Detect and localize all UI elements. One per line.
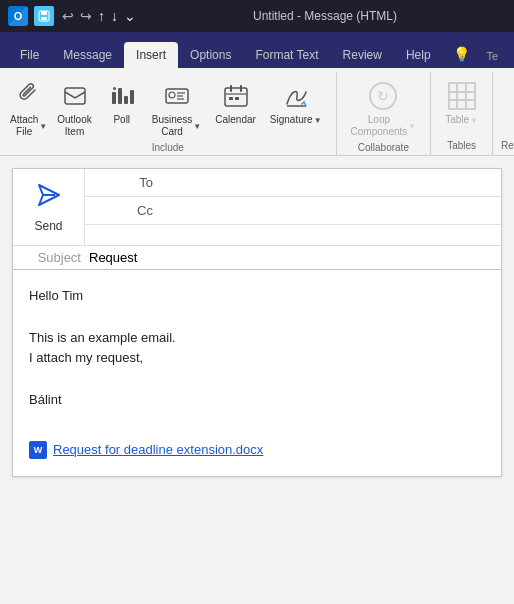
svg-rect-7 [130, 90, 134, 104]
compose-wrapper: Send To Cc Subject Hello Tim [12, 168, 502, 477]
svg-rect-6 [124, 96, 128, 104]
window-title: Untitled - Message (HTML) [144, 9, 506, 23]
table-button[interactable]: Table ▼ [439, 76, 484, 130]
loop-label: LoopComponents [351, 114, 408, 138]
send-icon [35, 181, 63, 215]
loop-dropdown-icon: ▼ [408, 122, 416, 131]
include-items: AttachFile ▼ OutlookItem [8, 72, 328, 142]
svg-rect-5 [118, 88, 122, 104]
body-line6: Bálint [29, 390, 485, 411]
ribbon-tabs: File Message Insert Options Format Text … [0, 32, 514, 68]
svg-rect-19 [235, 97, 239, 100]
body-line5 [29, 369, 485, 390]
tab-message[interactable]: Message [51, 42, 124, 68]
cc-input[interactable] [161, 203, 493, 218]
ribbon-group-collaborate: ↻ LoopComponents ▼ Collaborate [337, 72, 432, 155]
table-icon [446, 80, 478, 112]
ribbon-group-include: AttachFile ▼ OutlookItem [0, 72, 337, 155]
tables-group-label: Tables [447, 140, 476, 155]
undo-button[interactable]: ↩ [60, 6, 76, 26]
attach-file-button[interactable]: AttachFile ▼ [8, 76, 49, 142]
svg-rect-2 [41, 17, 47, 20]
signature-button[interactable]: Signature ▼ [264, 76, 328, 130]
include-group-label: Include [152, 142, 184, 157]
upload-button[interactable]: ↑ [96, 6, 107, 26]
body-line3: This is an example email. [29, 328, 485, 349]
send-button[interactable]: Send [13, 169, 85, 245]
collaborate-items: ↻ LoopComponents ▼ [345, 72, 423, 142]
tab-file[interactable]: File [8, 42, 51, 68]
tab-format-text[interactable]: Format Text [243, 42, 330, 68]
business-card-dropdown-icon: ▼ [193, 122, 201, 131]
email-fields: To Cc [85, 169, 501, 225]
signature-dropdown-icon: ▼ [314, 116, 322, 125]
undo-redo-controls: ↩ ↪ ↑ ↓ ⌄ [60, 6, 138, 26]
table-label: Table [445, 114, 469, 126]
svg-rect-18 [229, 97, 233, 100]
tab-insert[interactable]: Insert [124, 42, 178, 68]
cc-field: Cc [85, 197, 501, 225]
calendar-label: Calendar [215, 114, 256, 126]
reus-group-label: Reus [501, 140, 514, 155]
collaborate-group-label: Collaborate [358, 142, 409, 157]
subject-field: Subject [13, 246, 501, 270]
email-body[interactable]: Hello Tim This is an example email. I at… [13, 270, 501, 476]
outlook-item-label: OutlookItem [57, 114, 91, 138]
tab-help[interactable]: Help [394, 42, 443, 68]
body-line2 [29, 307, 485, 328]
title-bar: O ↩ ↪ ↑ ↓ ⌄ Untitled - Message (HTML) [0, 0, 514, 32]
subject-label: Subject [21, 250, 81, 265]
svg-rect-1 [41, 11, 47, 15]
download-button[interactable]: ↓ [109, 6, 120, 26]
svg-point-10 [169, 92, 175, 98]
ribbon-group-tables: Table ▼ Tables [431, 72, 493, 155]
svg-rect-3 [65, 88, 85, 104]
to-label: To [93, 175, 153, 190]
body-line4: I attach my request, [29, 348, 485, 369]
poll-button[interactable]: Poll [100, 76, 144, 130]
outlook-item-button[interactable]: OutlookItem [51, 76, 97, 142]
business-card-label: BusinessCard [152, 114, 193, 138]
save-button[interactable] [34, 6, 54, 26]
tables-items: Table ▼ [439, 72, 484, 140]
paperclip-icon [13, 80, 45, 112]
body-line7 [29, 411, 485, 432]
business-card-button[interactable]: BusinessCard ▼ [146, 76, 208, 142]
send-fields-row: Send To Cc [13, 169, 501, 246]
lightbulb-icon[interactable]: 💡 [445, 40, 478, 68]
cc-label: Cc [93, 203, 153, 218]
table-dropdown-icon: ▼ [470, 116, 478, 125]
to-field: To [85, 169, 501, 197]
outlook-item-icon [59, 80, 91, 112]
tab-options[interactable]: Options [178, 42, 243, 68]
body-line1: Hello Tim [29, 286, 485, 307]
signature-icon [280, 80, 312, 112]
ribbon-group-reus: Reus [493, 72, 514, 155]
loop-icon: ↻ [367, 80, 399, 112]
redo-button[interactable]: ↪ [78, 6, 94, 26]
attachment-link[interactable]: W Request for deadline extension.docx [29, 440, 485, 461]
attachment-filename: Request for deadline extension.docx [53, 440, 263, 461]
tab-review[interactable]: Review [331, 42, 394, 68]
word-icon: W [29, 441, 47, 459]
outlook-icon: O [8, 6, 28, 26]
to-input[interactable] [161, 175, 493, 190]
poll-icon [106, 80, 138, 112]
signature-label: Signature [270, 114, 313, 126]
business-card-icon [161, 80, 193, 112]
poll-label: Poll [113, 114, 130, 126]
attach-file-label: AttachFile [10, 114, 38, 138]
attach-file-dropdown-icon: ▼ [39, 122, 47, 131]
more-button[interactable]: ⌄ [122, 6, 138, 26]
calendar-button[interactable]: Calendar [209, 76, 262, 130]
svg-rect-8 [113, 87, 116, 90]
compose-container: Send To Cc Subject Hello Tim [0, 156, 514, 489]
ribbon: AttachFile ▼ OutlookItem [0, 68, 514, 156]
tell-me-button[interactable]: Te [478, 44, 506, 68]
calendar-icon [220, 80, 252, 112]
subject-input[interactable] [89, 250, 493, 265]
loop-components-button[interactable]: ↻ LoopComponents ▼ [345, 76, 423, 142]
svg-rect-4 [112, 92, 116, 104]
send-label: Send [34, 219, 62, 233]
